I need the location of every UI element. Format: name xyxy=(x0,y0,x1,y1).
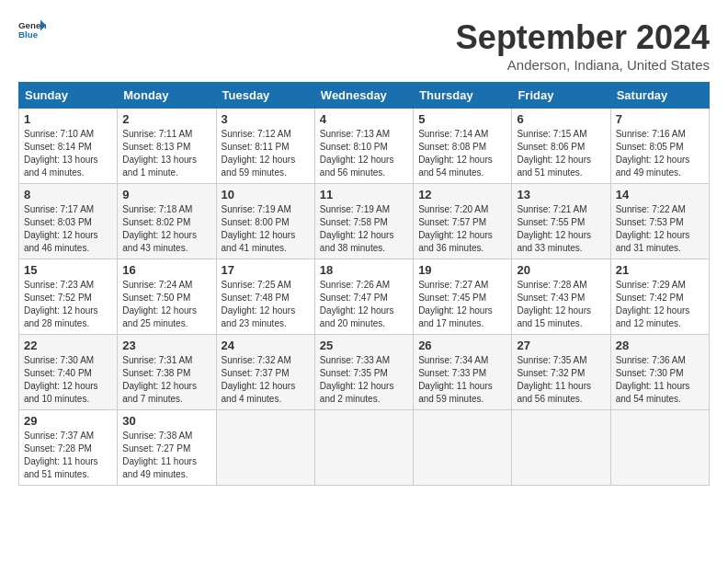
day-number: 4 xyxy=(320,112,408,126)
table-row: 13 Sunrise: 7:21 AM Sunset: 7:55 PM Dayl… xyxy=(512,184,610,259)
col-sunday: Sunday xyxy=(19,83,118,109)
header-row: Sunday Monday Tuesday Wednesday Thursday… xyxy=(19,83,710,109)
day-info: Sunrise: 7:35 AM Sunset: 7:32 PM Dayligh… xyxy=(517,354,605,406)
day-info: Sunrise: 7:27 AM Sunset: 7:45 PM Dayligh… xyxy=(418,279,506,330)
table-row: 18 Sunrise: 7:26 AM Sunset: 7:47 PM Dayl… xyxy=(314,259,413,335)
col-wednesday: Wednesday xyxy=(314,83,413,109)
table-row: 7 Sunrise: 7:16 AM Sunset: 8:05 PM Dayli… xyxy=(610,109,709,184)
day-number: 25 xyxy=(320,339,408,352)
day-number: 16 xyxy=(122,263,210,277)
day-number: 23 xyxy=(122,339,210,352)
day-info: Sunrise: 7:34 AM Sunset: 7:33 PM Dayligh… xyxy=(418,354,506,406)
table-row: 12 Sunrise: 7:20 AM Sunset: 7:57 PM Dayl… xyxy=(414,184,512,259)
day-number: 5 xyxy=(418,112,506,126)
day-info: Sunrise: 7:17 AM Sunset: 8:03 PM Dayligh… xyxy=(24,203,112,255)
day-number: 10 xyxy=(222,188,310,201)
table-row: 10 Sunrise: 7:19 AM Sunset: 8:00 PM Dayl… xyxy=(216,184,314,259)
day-info: Sunrise: 7:19 AM Sunset: 8:00 PM Dayligh… xyxy=(222,203,310,255)
day-number: 19 xyxy=(418,263,506,277)
day-number: 22 xyxy=(24,339,112,352)
day-number: 30 xyxy=(122,414,210,428)
table-row: 30 Sunrise: 7:38 AM Sunset: 7:27 PM Dayl… xyxy=(118,410,216,486)
day-info: Sunrise: 7:33 AM Sunset: 7:35 PM Dayligh… xyxy=(320,354,408,406)
table-row: 23 Sunrise: 7:31 AM Sunset: 7:38 PM Dayl… xyxy=(118,335,216,410)
day-number: 24 xyxy=(222,339,310,352)
day-number: 1 xyxy=(24,112,112,126)
day-number: 12 xyxy=(418,188,506,201)
calendar-table: Sunday Monday Tuesday Wednesday Thursday… xyxy=(18,82,710,486)
day-info: Sunrise: 7:30 AM Sunset: 7:40 PM Dayligh… xyxy=(24,354,112,406)
day-info: Sunrise: 7:24 AM Sunset: 7:50 PM Dayligh… xyxy=(122,279,210,330)
table-row: 9 Sunrise: 7:18 AM Sunset: 8:02 PM Dayli… xyxy=(118,184,216,259)
day-info: Sunrise: 7:12 AM Sunset: 8:11 PM Dayligh… xyxy=(222,128,310,179)
table-row: 14 Sunrise: 7:22 AM Sunset: 7:53 PM Dayl… xyxy=(610,184,709,259)
day-number: 18 xyxy=(320,263,408,277)
logo-icon: General Blue xyxy=(18,18,46,40)
day-info: Sunrise: 7:26 AM Sunset: 7:47 PM Dayligh… xyxy=(320,279,408,330)
table-row: 4 Sunrise: 7:13 AM Sunset: 8:10 PM Dayli… xyxy=(314,109,413,184)
day-info: Sunrise: 7:14 AM Sunset: 8:08 PM Dayligh… xyxy=(418,128,506,179)
col-saturday: Saturday xyxy=(610,83,709,109)
day-info: Sunrise: 7:32 AM Sunset: 7:37 PM Dayligh… xyxy=(222,354,310,406)
table-row: 22 Sunrise: 7:30 AM Sunset: 7:40 PM Dayl… xyxy=(19,335,118,410)
col-tuesday: Tuesday xyxy=(216,83,314,109)
table-row: 29 Sunrise: 7:37 AM Sunset: 7:28 PM Dayl… xyxy=(19,410,118,486)
day-number: 11 xyxy=(320,188,408,201)
day-number: 21 xyxy=(616,263,704,277)
table-row: 24 Sunrise: 7:32 AM Sunset: 7:37 PM Dayl… xyxy=(216,335,314,410)
svg-text:Blue: Blue xyxy=(18,29,39,40)
day-info: Sunrise: 7:16 AM Sunset: 8:05 PM Dayligh… xyxy=(616,128,704,179)
day-info: Sunrise: 7:31 AM Sunset: 7:38 PM Dayligh… xyxy=(122,354,210,406)
day-number: 6 xyxy=(517,112,605,126)
table-row: 15 Sunrise: 7:23 AM Sunset: 7:52 PM Dayl… xyxy=(19,259,118,335)
day-info: Sunrise: 7:37 AM Sunset: 7:28 PM Dayligh… xyxy=(24,430,112,481)
month-title: September 2024 xyxy=(456,18,710,57)
day-info: Sunrise: 7:29 AM Sunset: 7:42 PM Dayligh… xyxy=(616,279,704,330)
table-row: 27 Sunrise: 7:35 AM Sunset: 7:32 PM Dayl… xyxy=(512,335,610,410)
day-number: 3 xyxy=(222,112,310,126)
table-row: 25 Sunrise: 7:33 AM Sunset: 7:35 PM Dayl… xyxy=(314,335,413,410)
day-info: Sunrise: 7:25 AM Sunset: 7:48 PM Dayligh… xyxy=(222,279,310,330)
day-number: 20 xyxy=(517,263,605,277)
table-row xyxy=(610,410,709,486)
day-info: Sunrise: 7:15 AM Sunset: 8:06 PM Dayligh… xyxy=(517,128,605,179)
col-monday: Monday xyxy=(118,83,216,109)
table-row: 26 Sunrise: 7:34 AM Sunset: 7:33 PM Dayl… xyxy=(414,335,512,410)
day-number: 28 xyxy=(616,339,704,352)
table-row: 28 Sunrise: 7:36 AM Sunset: 7:30 PM Dayl… xyxy=(610,335,709,410)
table-row: 19 Sunrise: 7:27 AM Sunset: 7:45 PM Dayl… xyxy=(414,259,512,335)
table-row: 6 Sunrise: 7:15 AM Sunset: 8:06 PM Dayli… xyxy=(512,109,610,184)
day-info: Sunrise: 7:22 AM Sunset: 7:53 PM Dayligh… xyxy=(616,203,704,255)
table-row: 21 Sunrise: 7:29 AM Sunset: 7:42 PM Dayl… xyxy=(610,259,709,335)
day-info: Sunrise: 7:23 AM Sunset: 7:52 PM Dayligh… xyxy=(24,279,112,330)
day-number: 17 xyxy=(222,263,310,277)
table-row: 17 Sunrise: 7:25 AM Sunset: 7:48 PM Dayl… xyxy=(216,259,314,335)
title-area: September 2024 Anderson, Indiana, United… xyxy=(456,18,710,73)
table-row: 5 Sunrise: 7:14 AM Sunset: 8:08 PM Dayli… xyxy=(414,109,512,184)
day-info: Sunrise: 7:19 AM Sunset: 7:58 PM Dayligh… xyxy=(320,203,408,255)
table-row: 20 Sunrise: 7:28 AM Sunset: 7:43 PM Dayl… xyxy=(512,259,610,335)
table-row xyxy=(512,410,610,486)
day-info: Sunrise: 7:21 AM Sunset: 7:55 PM Dayligh… xyxy=(517,203,605,255)
table-row: 8 Sunrise: 7:17 AM Sunset: 8:03 PM Dayli… xyxy=(19,184,118,259)
day-number: 13 xyxy=(517,188,605,201)
day-info: Sunrise: 7:10 AM Sunset: 8:14 PM Dayligh… xyxy=(24,128,112,179)
col-friday: Friday xyxy=(512,83,610,109)
col-thursday: Thursday xyxy=(414,83,512,109)
day-number: 2 xyxy=(122,112,210,126)
table-row: 3 Sunrise: 7:12 AM Sunset: 8:11 PM Dayli… xyxy=(216,109,314,184)
table-row: 2 Sunrise: 7:11 AM Sunset: 8:13 PM Dayli… xyxy=(118,109,216,184)
table-row: 11 Sunrise: 7:19 AM Sunset: 7:58 PM Dayl… xyxy=(314,184,413,259)
day-info: Sunrise: 7:18 AM Sunset: 8:02 PM Dayligh… xyxy=(122,203,210,255)
day-number: 27 xyxy=(517,339,605,352)
day-number: 29 xyxy=(24,414,112,428)
logo: General Blue xyxy=(18,18,46,40)
day-number: 26 xyxy=(418,339,506,352)
table-row: 16 Sunrise: 7:24 AM Sunset: 7:50 PM Dayl… xyxy=(118,259,216,335)
table-row xyxy=(414,410,512,486)
header: General Blue September 2024 Anderson, In… xyxy=(18,18,710,73)
day-number: 15 xyxy=(24,263,112,277)
day-info: Sunrise: 7:13 AM Sunset: 8:10 PM Dayligh… xyxy=(320,128,408,179)
table-row xyxy=(216,410,314,486)
day-number: 7 xyxy=(616,112,704,126)
